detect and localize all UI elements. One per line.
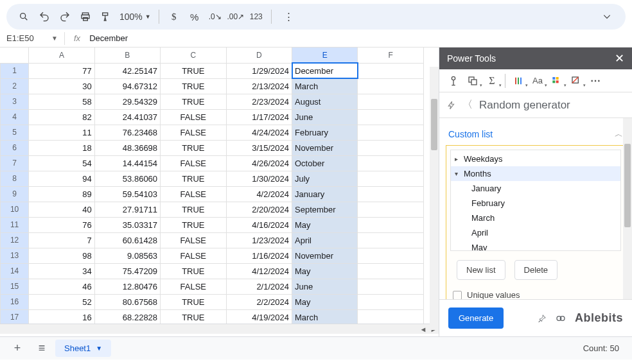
generate-button[interactable]: Generate (448, 308, 504, 329)
cell[interactable]: 4/16/2024 (226, 217, 292, 232)
cell[interactable]: 1/30/2024 (226, 171, 292, 186)
cell[interactable] (358, 263, 424, 279)
dedupe-icon[interactable]: ▾ (464, 73, 482, 89)
cell[interactable]: 29.54329 (94, 94, 160, 109)
cell[interactable]: 94.67312 (94, 78, 160, 94)
cell[interactable]: FALSE (161, 109, 226, 125)
cell[interactable]: 18 (29, 140, 94, 155)
cell[interactable]: TRUE (161, 309, 226, 324)
cell[interactable]: 35.03317 (94, 217, 160, 232)
cell[interactable]: 89 (29, 186, 94, 202)
cell[interactable]: 59.54103 (94, 186, 160, 202)
cell[interactable]: 16 (29, 309, 94, 324)
cell[interactable]: TRUE (161, 140, 226, 155)
print-icon[interactable] (76, 8, 95, 26)
cell[interactable] (358, 279, 424, 294)
row-head[interactable]: 10 (1, 202, 29, 217)
cell[interactable]: FALSE (161, 186, 226, 202)
cell[interactable] (358, 186, 424, 202)
row-head[interactable]: 1 (1, 63, 29, 78)
cell[interactable]: May (292, 217, 358, 232)
vertical-scrollbar[interactable] (430, 67, 439, 330)
cell[interactable]: FALSE (161, 248, 226, 263)
currency-icon[interactable]: $ (164, 8, 184, 26)
section-custom-list[interactable]: Custom list ︿ (446, 123, 626, 145)
cell[interactable]: June (292, 279, 358, 294)
cell[interactable]: 2/1/2024 (226, 279, 292, 294)
cell[interactable]: FALSE (161, 155, 226, 171)
row-head[interactable]: 6 (1, 140, 29, 155)
text-tools-icon[interactable]: ▾ (509, 73, 527, 89)
cell[interactable] (358, 140, 424, 155)
bolt-icon[interactable] (447, 100, 456, 111)
cell[interactable]: 2/13/2024 (226, 78, 292, 94)
cell[interactable]: 68.22828 (94, 309, 160, 324)
cell[interactable] (358, 232, 424, 248)
cell[interactable] (358, 202, 424, 217)
sigma-icon[interactable]: Σ▾ (483, 73, 501, 89)
cell[interactable]: November (292, 248, 358, 263)
increase-decimal-icon[interactable]: .00↗ (226, 8, 245, 26)
link-icon[interactable] (556, 313, 566, 324)
cell[interactable]: TRUE (161, 171, 226, 186)
row-head[interactable]: 15 (1, 279, 29, 294)
tree-subitem[interactable]: January (451, 181, 620, 196)
col-head-A[interactable]: A (29, 48, 94, 63)
cell[interactable]: FALSE (161, 232, 226, 248)
cell[interactable]: 2/20/2024 (226, 202, 292, 217)
cell[interactable]: 48.36698 (94, 140, 160, 155)
close-icon[interactable]: ✕ (615, 51, 624, 65)
cell[interactable] (358, 171, 424, 186)
cell[interactable]: 77 (29, 63, 94, 78)
cell[interactable]: 7 (29, 232, 94, 248)
cell[interactable]: 94 (29, 171, 94, 186)
more-tools-icon[interactable]: ⋯ (586, 73, 604, 89)
cell[interactable]: 4/24/2024 (226, 125, 292, 140)
new-list-button[interactable]: New list (457, 260, 505, 280)
cell[interactable] (358, 248, 424, 263)
expand-icon[interactable]: ▸ (455, 155, 461, 162)
cell[interactable]: 76 (29, 217, 94, 232)
cell[interactable]: 80.67568 (94, 294, 160, 309)
cell[interactable]: TRUE (161, 294, 226, 309)
col-head-B[interactable]: B (94, 48, 160, 63)
tree-subitem[interactable]: March (451, 211, 620, 225)
custom-list-tree[interactable]: ▸ Weekdays ▾ Months JanuaryFebruaryMarch… (450, 150, 621, 251)
cell[interactable]: 14.44154 (94, 155, 160, 171)
cell[interactable]: TRUE (161, 217, 226, 232)
row-head[interactable]: 9 (1, 186, 29, 202)
cell[interactable]: TRUE (161, 78, 226, 94)
cell[interactable] (358, 109, 424, 125)
clear-icon[interactable]: ▾ (567, 73, 585, 89)
cell[interactable]: 1/17/2024 (226, 109, 292, 125)
cell[interactable]: 4/2/2024 (226, 186, 292, 202)
cell[interactable]: 2/23/2024 (226, 94, 292, 109)
spreadsheet-grid[interactable]: ABCDEF 17742.25147TRUE1/29/2024December2… (0, 48, 439, 336)
undo-icon[interactable] (35, 8, 54, 26)
tree-item-months[interactable]: ▾ Months (451, 166, 620, 181)
smart-toolbar-icon[interactable] (444, 73, 462, 89)
cell[interactable]: February (292, 125, 358, 140)
row-head[interactable]: 5 (1, 125, 29, 140)
cell[interactable]: TRUE (161, 63, 226, 78)
cell[interactable]: 46 (29, 279, 94, 294)
unique-values-checkbox[interactable]: Unique values (450, 286, 621, 299)
case-icon[interactable]: Aa▾ (529, 73, 547, 89)
horizontal-scrollbar[interactable]: ◄ ► (0, 324, 439, 334)
row-head[interactable]: 2 (1, 78, 29, 94)
redo-icon[interactable] (55, 8, 75, 26)
row-head[interactable]: 4 (1, 109, 29, 125)
cell[interactable]: 27.91711 (94, 202, 160, 217)
cell[interactable] (358, 294, 424, 309)
row-head[interactable]: 16 (1, 294, 29, 309)
cell[interactable]: 54 (29, 155, 94, 171)
formula-input[interactable]: December (89, 33, 128, 43)
all-sheets-button[interactable]: ≡ (31, 340, 53, 358)
percent-icon[interactable]: % (185, 8, 204, 26)
pin-icon[interactable] (538, 314, 547, 323)
cell[interactable]: January (292, 186, 358, 202)
cell[interactable]: 42.25147 (94, 63, 160, 78)
cell[interactable] (358, 63, 424, 78)
decrease-decimal-icon[interactable]: .0↘ (206, 8, 225, 26)
cell[interactable]: 40 (29, 202, 94, 217)
